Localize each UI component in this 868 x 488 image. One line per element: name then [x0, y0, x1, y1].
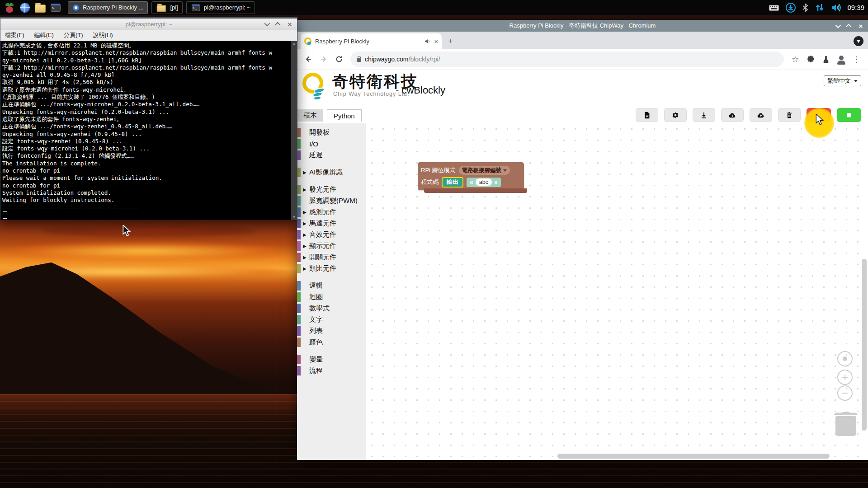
rpi-pin-mode-block[interactable]: RPi 腳位模式 電路板接腳編號 程式碼 輸出 « abc »	[418, 162, 524, 190]
category-label: 列表	[309, 327, 323, 335]
terminal-title: pi@raspberrypi: ~	[0, 21, 297, 28]
new-tab-button[interactable]: +	[444, 35, 456, 47]
reload-button[interactable]	[332, 52, 346, 66]
blockly-workspace[interactable]: RPi 腳位模式 電路板接腳編號 程式碼 輸出 « abc »	[366, 123, 868, 460]
toolbox-category[interactable]: ▶發光元件	[297, 184, 366, 195]
profile-icon[interactable]	[835, 52, 848, 66]
terminal-menu-item[interactable]: 檔案(F)	[5, 31, 24, 39]
toolbox-category[interactable]: ▶類比元件	[297, 263, 366, 274]
toolbox-category[interactable]: 變量	[297, 354, 366, 365]
toolbox-category[interactable]: 顏色	[297, 337, 366, 348]
tab-close-icon[interactable]: ×	[434, 38, 438, 45]
trash-button[interactable]	[778, 108, 801, 122]
workspace-horizontal-scrollbar[interactable]	[557, 454, 830, 459]
close-button[interactable]: ×	[857, 23, 864, 29]
category-color-strip	[297, 292, 301, 302]
toolbox-category[interactable]: ▶感測元件	[297, 206, 366, 218]
taskbar-task[interactable]: >_pi@raspberrypi: ~	[186, 1, 255, 14]
toolbox-category[interactable]: ▶音效元件	[297, 229, 366, 240]
file-manager-icon[interactable]	[34, 2, 46, 14]
browser-menu-icon[interactable]: ⋮	[850, 52, 863, 66]
string-block[interactable]: « abc »	[467, 178, 501, 187]
toolbox-category[interactable]: 脈寬調變(PWM)	[297, 195, 366, 206]
category-label: 開關元件	[309, 253, 336, 262]
expand-arrow-icon: ▶	[303, 210, 307, 215]
workspace-trash-icon[interactable]	[835, 416, 856, 436]
minimize-button[interactable]	[834, 23, 841, 29]
browser-titlebar[interactable]: Raspberry Pi Blockly - 奇特衛科技 ChipWay - C…	[297, 20, 868, 32]
toolbox-category[interactable]: ▶開關元件	[297, 252, 366, 263]
zoom-center-button[interactable]	[837, 351, 853, 366]
cloud-upload-button[interactable]	[750, 108, 772, 122]
toolbox-category[interactable]: 流程	[297, 365, 366, 376]
bookmark-star-icon[interactable]: ☆	[788, 52, 802, 66]
close-quote: »	[494, 178, 498, 186]
toolbox-category[interactable]: 迴圈	[297, 291, 366, 303]
taskbar: >_ Raspberry Pi Blockly ...[pi]>_pi@rasp…	[0, 0, 868, 15]
string-field[interactable]: abc	[476, 178, 492, 186]
close-button[interactable]: ×	[286, 21, 293, 28]
bluetooth-icon[interactable]	[802, 3, 808, 12]
toolbox-category[interactable]: ▶顯示元件	[297, 240, 366, 252]
category-label: I/O	[309, 140, 318, 148]
toolbox-category[interactable]: 文字	[297, 314, 366, 325]
category-color-strip	[297, 326, 301, 336]
tab-python[interactable]: Python	[327, 109, 362, 122]
toolbox-category[interactable]: 列表	[297, 325, 366, 337]
toolbox-category[interactable]: 開發板	[297, 127, 366, 138]
lock-icon[interactable]	[357, 58, 361, 62]
tab-blocks[interactable]: 積木	[297, 109, 323, 122]
keyboard-icon[interactable]	[769, 4, 779, 12]
chipway-favicon-icon	[304, 38, 311, 45]
cloud-streak	[41, 225, 258, 237]
category-label: 流程	[309, 366, 323, 375]
toolbox-category[interactable]: I/O	[297, 138, 366, 150]
zoom-in-button[interactable]: +	[837, 370, 853, 385]
taskbar-task[interactable]: [pi]	[151, 1, 182, 14]
url-path: /blockly/rpi/	[409, 56, 440, 63]
web-browser-icon[interactable]	[19, 2, 31, 14]
terminal-icon: >_	[191, 4, 200, 11]
terminal-scrollbar[interactable]: ▲▼	[291, 41, 297, 220]
extensions-icon[interactable]	[804, 52, 817, 66]
category-color-strip	[297, 241, 301, 251]
network-icon[interactable]	[815, 3, 825, 12]
terminal-menu-item[interactable]: 編輯(E)	[34, 31, 54, 39]
forward-button[interactable]	[317, 52, 330, 66]
terminal-titlebar[interactable]: pi@raspberrypi: ~ ×	[0, 19, 297, 30]
terminal-menu-item[interactable]: 說明(H)	[93, 31, 113, 39]
output-block[interactable]: 輸出	[442, 177, 463, 188]
toolbox-category[interactable]: ▶AI影像辨識	[297, 167, 366, 178]
toolbox-category[interactable]: ▶馬達元件	[297, 218, 366, 229]
maximize-button[interactable]	[845, 23, 853, 29]
download-button[interactable]	[693, 108, 715, 122]
raspberry-menu-icon[interactable]	[4, 2, 15, 14]
browser-window: Raspberry Pi Blockly - 奇特衛科技 ChipWay - C…	[297, 20, 868, 460]
maximize-button[interactable]	[274, 21, 282, 28]
task-label: pi@raspberrypi: ~	[204, 4, 250, 11]
pin-mode-dropdown[interactable]: 電路板接腳編號	[459, 166, 510, 175]
toolbox-category[interactable]: 延遲	[297, 150, 366, 161]
terminal-menu-item[interactable]: 分頁(T)	[64, 31, 83, 39]
address-bar[interactable]: chipwaygo.com/blockly/rpi/	[350, 52, 784, 67]
flask-icon[interactable]	[819, 52, 833, 66]
settings-button[interactable]	[664, 108, 687, 122]
new-file-button[interactable]	[636, 108, 658, 122]
back-button[interactable]	[302, 52, 315, 66]
browser-tab[interactable]: Raspberry Pi Blockly ×	[301, 33, 442, 49]
volume-icon[interactable]	[831, 3, 842, 12]
taskbar-task[interactable]: Raspberry Pi Blockly ...	[68, 1, 148, 14]
terminal-launcher-icon[interactable]: >_	[50, 2, 61, 14]
toolbox-category[interactable]: 數學式	[297, 303, 366, 314]
category-label: 數學式	[309, 304, 330, 313]
workspace-vertical-scrollbar[interactable]	[862, 259, 867, 431]
tab-strip-menu-icon[interactable]	[854, 36, 863, 46]
stop-button[interactable]	[837, 108, 861, 122]
tab-audio-icon[interactable]	[425, 38, 430, 44]
cloud-download-button[interactable]	[721, 108, 744, 122]
zoom-out-button[interactable]: −	[837, 385, 853, 401]
minimize-button[interactable]	[263, 21, 270, 28]
updater-icon[interactable]	[786, 3, 796, 13]
language-select[interactable]: 繁體中文	[824, 75, 861, 86]
toolbox-category[interactable]: 邏輯	[297, 280, 366, 291]
